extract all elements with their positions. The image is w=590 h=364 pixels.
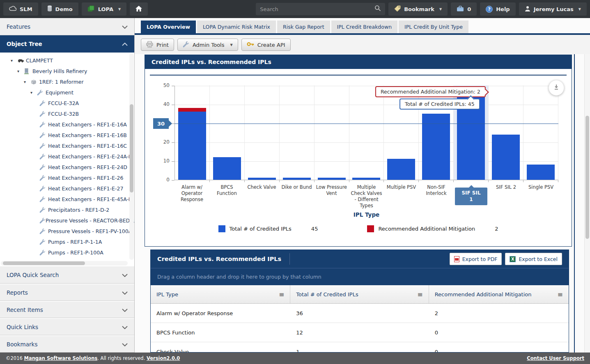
- sidebar-accordion[interactable]: Quick Links: [0, 318, 134, 335]
- bar-column[interactable]: [210, 85, 245, 180]
- tree-item[interactable]: ▾ Heat Exchangers - REF1-E-26: [0, 172, 134, 183]
- x-label[interactable]: Low Pressure Vent: [314, 184, 349, 209]
- admin-tools-button[interactable]: Admin Tools ▼: [177, 39, 238, 51]
- x-label-selected[interactable]: SIF SIL 1: [454, 184, 489, 209]
- tree-item[interactable]: ▾ Pumps - REF1-P-100A: [0, 247, 134, 258]
- bar-segment-credited[interactable]: [352, 178, 380, 180]
- legend-item-mitigation[interactable]: Recommended Additional Mitigation 2: [367, 225, 498, 232]
- bar-column[interactable]: [245, 85, 280, 180]
- sidebar-accordion-features[interactable]: Features: [0, 18, 134, 35]
- tree-item[interactable]: ▾ Heat Exchangers - REF1-E-16C: [0, 140, 134, 151]
- company-link[interactable]: Mangan Software Solutions: [24, 355, 97, 361]
- column-menu-icon[interactable]: ≡: [279, 291, 284, 298]
- bar-column[interactable]: [349, 85, 384, 180]
- sidebar-accordion[interactable]: Reports: [0, 284, 134, 301]
- x-label[interactable]: Multiple Check Valves - Different Types: [349, 184, 384, 209]
- tree-item[interactable]: ▾ Heat Exchangers - REF1-E-16B: [0, 130, 134, 140]
- scrollbar-thumb[interactable]: [585, 116, 589, 239]
- column-header[interactable]: Total # of Credited IPLs ≡: [290, 285, 429, 303]
- bar-segment-credited[interactable]: [527, 165, 555, 180]
- help-button[interactable]: ? Help: [480, 2, 515, 16]
- tab[interactable]: IPL Credit Breakdown: [331, 21, 397, 33]
- tree-item[interactable]: ▾ Equipment: [0, 87, 134, 98]
- content-scrollbar[interactable]: [584, 54, 590, 353]
- tree-item[interactable]: ▾ Heat Exchangers - REF1-E-27: [0, 183, 134, 194]
- app-home-button[interactable]: SLM: [3, 2, 38, 16]
- x-label[interactable]: Single PSV: [523, 184, 558, 209]
- tab[interactable]: IPL Credit By Unit Type: [399, 21, 468, 33]
- export-excel-button[interactable]: X Export to Excel: [505, 253, 562, 265]
- x-label[interactable]: Alarm w/ Operator Response: [174, 184, 209, 209]
- tree-item[interactable]: ▾ 1REF: 1 Reformer: [0, 76, 134, 87]
- bar-segment-credited[interactable]: [283, 178, 311, 180]
- bar-segment-credited[interactable]: [318, 178, 346, 180]
- bar-segment-credited[interactable]: [178, 112, 206, 180]
- tab[interactable]: LOPA Dynamic Risk Matrix: [197, 21, 276, 33]
- bar-column[interactable]: [315, 85, 349, 180]
- tree-vertical-scrollbar[interactable]: [129, 53, 134, 260]
- column-header[interactable]: Recommended Additional Mitigation ≡: [429, 285, 569, 303]
- legend-item-credited[interactable]: Total # of Credited IPLs 45: [218, 225, 318, 232]
- home-button[interactable]: [130, 2, 148, 16]
- chart-panel-header[interactable]: Credited IPLs vs. Recommended IPLs: [145, 55, 572, 69]
- x-label[interactable]: Check Valve: [244, 184, 279, 209]
- bar-segment-credited[interactable]: [492, 135, 520, 180]
- bar-segment-mitigation[interactable]: [178, 108, 206, 112]
- x-label[interactable]: Dike or Bund: [279, 184, 314, 209]
- x-label[interactable]: SIF SIL 2: [489, 184, 523, 209]
- tree-item[interactable]: ▾ Pumps - REF1-P-1-1A: [0, 236, 134, 247]
- tab[interactable]: Risk Gap Report: [277, 21, 330, 33]
- tree-horizontal-scrollbar[interactable]: [1, 261, 128, 266]
- inbox-button[interactable]: 0: [451, 2, 477, 16]
- tree-item[interactable]: ▾ Beverly Hills Refinery: [0, 66, 134, 76]
- sidebar-accordion[interactable]: Bookmarks: [0, 335, 134, 353]
- x-label[interactable]: BPCS Function: [209, 184, 244, 209]
- search-input[interactable]: [260, 6, 374, 12]
- tree-expand-caret[interactable]: ▾: [17, 69, 24, 73]
- bar-column[interactable]: [175, 85, 210, 180]
- chart-download-button[interactable]: [549, 80, 564, 96]
- column-header[interactable]: IPL Type ≡: [151, 285, 290, 303]
- tree-expand-caret[interactable]: ▾: [30, 90, 37, 95]
- user-menu[interactable]: Jeremy Lucas ▼: [519, 2, 587, 16]
- environment-button[interactable]: Demo: [41, 2, 78, 16]
- export-pdf-button[interactable]: Export to PDF: [450, 253, 502, 265]
- tree-item[interactable]: ▾ Pressure Vessels - REF1-PV-100A: [0, 226, 134, 236]
- sidebar-accordion-object-tree[interactable]: Object Tree: [0, 35, 134, 53]
- scrollbar-thumb[interactable]: [3, 261, 85, 265]
- version-link[interactable]: Version2.0.0: [147, 355, 180, 361]
- print-button[interactable]: Print: [141, 39, 174, 51]
- sidebar-accordion[interactable]: LOPA Quick Search: [0, 266, 134, 284]
- column-menu-icon[interactable]: ≡: [417, 291, 422, 298]
- tree-item[interactable]: ▾ CLAMPETT: [0, 55, 134, 66]
- tree-item[interactable]: ▾ Heat Exchangers - REF1-E-24D: [0, 162, 134, 172]
- sidebar-accordion[interactable]: Recent Items: [0, 301, 134, 318]
- x-label[interactable]: Non-SIF Interlock: [419, 184, 454, 209]
- tab[interactable]: LOPA Overview: [141, 21, 196, 33]
- tree-item[interactable]: ▾ Heat Exchangers - REF1-E-45A-B: [0, 194, 134, 204]
- cell-mitigation: 2: [429, 304, 569, 323]
- bar-column[interactable]: [280, 85, 315, 180]
- bar-segment-credited[interactable]: [213, 157, 241, 180]
- tree-item[interactable]: ▾ Heat Exchangers - REF1-E-24A-B: [0, 151, 134, 162]
- tree-expand-caret[interactable]: ▾: [11, 58, 17, 63]
- group-by-bar[interactable]: Drag a column header and drop it here to…: [151, 268, 569, 285]
- search-icon[interactable]: [374, 5, 381, 13]
- bar-column[interactable]: [523, 85, 558, 180]
- scrollbar-thumb[interactable]: [130, 104, 133, 192]
- x-label[interactable]: Multiple PSV: [384, 184, 419, 209]
- tree-item[interactable]: ▾ FCCU-E-32B: [0, 108, 134, 119]
- tree-expand-caret[interactable]: ▾: [24, 80, 30, 84]
- bar-segment-credited[interactable]: [248, 178, 276, 180]
- tree-item[interactable]: ▾ Precipitators - REF1-D-2: [0, 204, 134, 215]
- tree-item[interactable]: ▾ Pressure Vessels - REACTOR-BED-1: [0, 215, 134, 226]
- column-menu-icon[interactable]: ≡: [558, 291, 563, 298]
- tree-item[interactable]: ▾ FCCU-E-32A: [0, 98, 134, 108]
- bar-column[interactable]: [489, 85, 523, 180]
- create-api-button[interactable]: Create API: [241, 39, 291, 51]
- bookmark-button[interactable]: Bookmark ▼: [388, 2, 448, 16]
- bar-segment-credited[interactable]: [387, 159, 415, 180]
- module-selector[interactable]: LOPA ▼: [82, 2, 126, 16]
- tree-item[interactable]: ▾ Heat Exchangers - REF1-E-16A: [0, 119, 134, 130]
- contact-support-link[interactable]: Contact User Support: [527, 355, 584, 361]
